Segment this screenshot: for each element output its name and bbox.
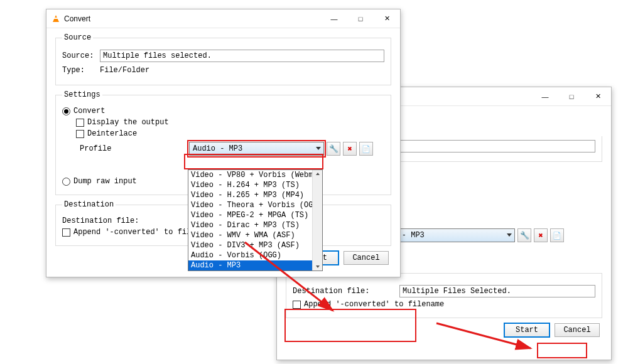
cancel-button[interactable]: Cancel (344, 251, 389, 265)
convert-window-main: Convert ― □ ✕ Source Source: Type: File/… (46, 9, 401, 277)
display-output-checkbox[interactable] (76, 119, 84, 127)
append-label: Append '-converted' to filename (304, 300, 444, 309)
profile-option[interactable]: Video - MPEG-2 + MPGA (TS) (188, 210, 322, 220)
x-red-icon: ✖ (538, 231, 543, 240)
profile-option[interactable]: Audio - MP3 (188, 260, 322, 270)
profile-option[interactable]: Video - Theora + Vorbis (OGG) (188, 200, 322, 210)
source-input[interactable] (100, 50, 384, 62)
destination-legend: Destination (62, 200, 116, 209)
destination-file-label: Destination file: (293, 287, 399, 296)
profile-option[interactable]: Video - DIV3 + MP3 (ASF) (188, 240, 322, 250)
profile-label: Profile (76, 144, 133, 153)
wrench-icon: 🔧 (329, 144, 338, 154)
type-label: Type: (62, 66, 100, 75)
close-button[interactable]: ✕ (374, 10, 400, 28)
profile-option[interactable]: Video - H.265 + MP3 (MP4) (188, 190, 322, 200)
deinterlace-label: Deinterlace (87, 129, 137, 138)
profile-option[interactable]: Video - H.264 + MP3 (TS) (188, 180, 322, 190)
wrench-button[interactable]: 🔧 (327, 142, 340, 156)
settings-legend: Settings (62, 90, 102, 99)
profile-option[interactable]: Video - Dirac + MP3 (TS) (188, 220, 322, 230)
profile-option[interactable]: Video - VP80 + Vorbis (Webm) (188, 170, 322, 180)
destination-file-input[interactable] (399, 285, 595, 297)
type-value: File/Folder (100, 65, 149, 76)
delete-profile-button[interactable]: ✖ (534, 228, 548, 242)
convert-radio-label: Convert (73, 107, 105, 115)
profile-combobox[interactable]: Audio - MP3 (189, 142, 324, 156)
append-checkbox[interactable] (62, 228, 70, 237)
x-red-icon: ✖ (347, 144, 352, 154)
start-button[interactable]: Start (504, 323, 550, 337)
display-output-label: Display the output (87, 118, 169, 127)
source-label: Source: (62, 51, 100, 60)
deinterlace-checkbox[interactable] (76, 130, 84, 138)
source-fieldset: Source Source: Type: File/Folder (55, 33, 391, 85)
close-button[interactable]: ✕ (585, 88, 611, 105)
dump-raw-radio[interactable] (62, 178, 70, 186)
minimize-button[interactable]: ― (321, 10, 347, 28)
window-title: Convert (64, 14, 90, 23)
maximize-button[interactable]: □ (558, 88, 585, 105)
new-doc-icon: 📄 (362, 145, 371, 153)
vlc-icon (51, 14, 60, 23)
scrollbar[interactable] (312, 170, 322, 270)
convert-radio[interactable] (62, 107, 70, 115)
dump-raw-label: Dump raw input (73, 177, 137, 186)
wrench-button[interactable]: 🔧 (517, 228, 531, 242)
new-doc-icon: 📄 (553, 232, 561, 240)
chevron-down-icon (316, 147, 321, 150)
wrench-icon: 🔧 (520, 231, 529, 240)
profile-dropdown-list[interactable]: Video - VP80 + Vorbis (Webm)Video - H.26… (188, 169, 323, 271)
source-legend: Source (62, 33, 93, 42)
new-profile-button[interactable]: 📄 (550, 228, 564, 242)
textbox-partial[interactable] (386, 140, 595, 153)
maximize-button[interactable]: □ (347, 10, 374, 28)
destination-file-label: Destination file: (62, 217, 144, 225)
titlebar: Convert ― □ ✕ (46, 9, 400, 28)
delete-profile-button[interactable]: ✖ (343, 142, 357, 156)
new-profile-button[interactable]: 📄 (359, 142, 373, 156)
chevron-down-icon (507, 233, 512, 237)
append-checkbox[interactable] (293, 301, 301, 309)
profile-value: Audio - MP3 (193, 144, 242, 153)
profile-option[interactable]: Video - WMV + WMA (ASF) (188, 230, 322, 240)
minimize-button[interactable]: ― (532, 88, 558, 105)
cancel-button[interactable]: Cancel (555, 323, 600, 337)
profile-option[interactable]: Audio - Vorbis (OGG) (188, 250, 322, 260)
